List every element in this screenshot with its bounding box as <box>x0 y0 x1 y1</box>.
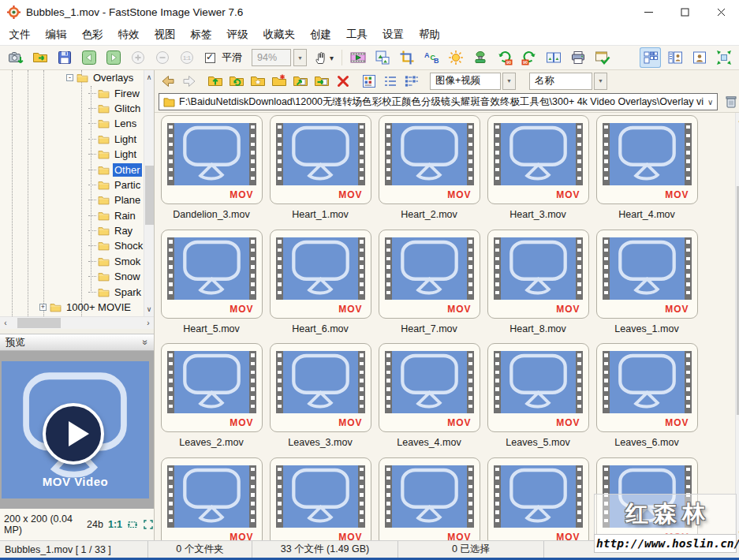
file-thumbnail[interactable]: MOVHeart_7.mov <box>378 230 480 344</box>
file-thumbnail[interactable]: MOVLeaves_2.mov <box>160 343 263 457</box>
smooth-checkbox[interactable] <box>205 53 215 63</box>
play-button[interactable] <box>43 403 104 465</box>
rotate-right-button[interactable]: 90 <box>518 47 539 68</box>
brightness-button[interactable] <box>445 47 466 68</box>
menu-tag[interactable]: 标签 <box>183 28 219 42</box>
up-folder-button[interactable] <box>206 72 225 90</box>
tree-item[interactable]: Smok <box>0 254 154 269</box>
menu-view[interactable]: 视图 <box>147 28 183 42</box>
menu-effects[interactable]: 特效 <box>110 28 147 42</box>
play-slideshow-button[interactable] <box>347 47 368 68</box>
save-button[interactable] <box>54 47 75 68</box>
tree-item[interactable]: Firew <box>0 85 154 100</box>
fullscreen-button[interactable] <box>713 47 734 68</box>
zoom-level-arrow[interactable] <box>293 49 307 66</box>
expand-expander-icon[interactable] <box>39 304 47 311</box>
tree-item[interactable]: Spark <box>0 284 154 299</box>
file-thumbnail[interactable]: MOVHeart_8.mov <box>487 230 589 344</box>
sort-select-arrow[interactable] <box>594 73 607 90</box>
tree-item[interactable]: Light <box>0 132 154 147</box>
move-to-folder-button[interactable] <box>291 72 310 90</box>
print-button[interactable] <box>567 47 588 68</box>
tree-item[interactable]: Snow <box>0 269 154 284</box>
scroll-thumb[interactable] <box>145 166 154 225</box>
maximize-button[interactable] <box>666 0 703 24</box>
minimize-button[interactable] <box>630 0 666 24</box>
tree-item-selected[interactable]: Other <box>0 162 154 177</box>
delete-button[interactable] <box>334 72 353 90</box>
menu-favorites[interactable]: 收藏夹 <box>256 28 303 42</box>
menu-file[interactable]: 文件 <box>2 28 38 42</box>
menu-settings[interactable]: 设置 <box>375 28 412 42</box>
view-list-button[interactable] <box>402 72 421 90</box>
file-thumbnail[interactable]: MOV <box>269 457 371 540</box>
file-thumbnail[interactable]: MOV <box>160 457 263 540</box>
filter-select[interactable]: 图像+视频 <box>430 73 501 90</box>
collapse-chevron-icon[interactable] <box>140 340 151 345</box>
file-thumbnail[interactable]: MOVHeart_5.mov <box>160 230 263 344</box>
zoom-in-button[interactable] <box>127 47 148 68</box>
camera-capture-button[interactable] <box>5 47 26 68</box>
layout-browser-button[interactable] <box>640 47 661 68</box>
actual-size-button[interactable]: 1:1 <box>176 47 197 68</box>
previous-image-button[interactable] <box>78 47 99 68</box>
tree-item[interactable]: Partic <box>0 177 154 192</box>
view-details-button[interactable] <box>381 72 400 90</box>
file-thumbnail[interactable]: MOV <box>487 457 589 540</box>
tree-item[interactable]: Rain <box>0 208 154 223</box>
file-thumbnail[interactable]: MOVLeaves_4.mov <box>378 343 480 457</box>
menu-create[interactable]: 创建 <box>303 28 339 42</box>
preview-thumbnail[interactable]: MOV Video <box>2 361 149 498</box>
favorites-folder-button[interactable] <box>248 72 267 90</box>
refresh-folder-button[interactable] <box>227 72 246 90</box>
address-dropdown-icon[interactable] <box>707 98 713 106</box>
scroll-thumb[interactable] <box>17 318 61 328</box>
collapse-expander-icon[interactable] <box>66 74 73 81</box>
fit-window-icon[interactable] <box>143 518 154 531</box>
menu-help[interactable]: 帮助 <box>412 28 448 42</box>
copy-to-folder-button[interactable] <box>312 72 331 90</box>
file-thumbnail[interactable]: MOVLeaves_6.mov <box>595 343 698 457</box>
filter-select-arrow[interactable] <box>502 73 516 90</box>
zoom-level-select[interactable]: 94% <box>252 49 291 66</box>
resize-image-button[interactable] <box>371 47 393 68</box>
tree-item[interactable]: Ray <box>0 223 154 238</box>
file-thumbnail[interactable]: MOVHeart_2.mov <box>378 115 480 230</box>
menu-color[interactable]: 色彩 <box>74 28 110 42</box>
tree-item[interactable]: Light <box>0 147 154 162</box>
tree-item[interactable]: Plane <box>0 192 154 207</box>
clone-stamp-button[interactable] <box>469 47 491 68</box>
tree-item-overlays[interactable]: Overlays <box>0 70 154 85</box>
clear-history-button[interactable] <box>722 93 739 111</box>
scroll-right-icon[interactable] <box>143 317 154 329</box>
tree-item[interactable]: Glitch <box>0 101 154 116</box>
address-bar[interactable]: F:\BaiduNetdiskDownload\12000无缝转场色彩校正颜色分… <box>159 93 718 110</box>
menu-edit[interactable]: 编辑 <box>38 28 74 42</box>
tree-item-1000-movie[interactable]: 1000+ MOVIE <box>0 300 154 315</box>
layout-image-button[interactable] <box>689 47 710 68</box>
scroll-up-icon[interactable] <box>736 114 739 125</box>
file-thumbnail[interactable]: MOVHeart_4.mov <box>595 115 698 230</box>
crop-button[interactable] <box>396 47 417 68</box>
rename-button[interactable]: ACB <box>420 47 442 68</box>
back-button[interactable] <box>159 72 177 90</box>
file-thumbnail[interactable]: MOVDandelion_3.mov <box>160 115 263 230</box>
hand-pan-button[interactable] <box>310 47 337 68</box>
next-image-button[interactable] <box>103 47 124 68</box>
file-thumbnail[interactable]: MOVLeaves_3.mov <box>269 343 371 457</box>
open-file-button[interactable] <box>29 47 50 68</box>
forward-button[interactable] <box>180 72 199 90</box>
compare-images-button[interactable] <box>543 47 564 68</box>
tree-item[interactable]: Shock <box>0 238 154 253</box>
rotate-left-button[interactable]: 90 <box>494 47 515 68</box>
zoom-out-button[interactable] <box>151 47 173 68</box>
view-thumbnails-button[interactable] <box>360 72 379 90</box>
scroll-up-icon[interactable] <box>144 72 154 83</box>
menu-tools[interactable]: 工具 <box>339 28 375 42</box>
file-thumbnail[interactable]: MOVLeaves_1.mov <box>595 230 698 344</box>
scroll-down-icon[interactable] <box>144 304 154 315</box>
file-thumbnail[interactable]: MOVLeaves_5.mov <box>487 343 589 457</box>
close-button[interactable] <box>703 0 739 24</box>
menu-rating[interactable]: 评级 <box>219 28 256 42</box>
grid-vertical-scrollbar[interactable] <box>735 113 739 540</box>
